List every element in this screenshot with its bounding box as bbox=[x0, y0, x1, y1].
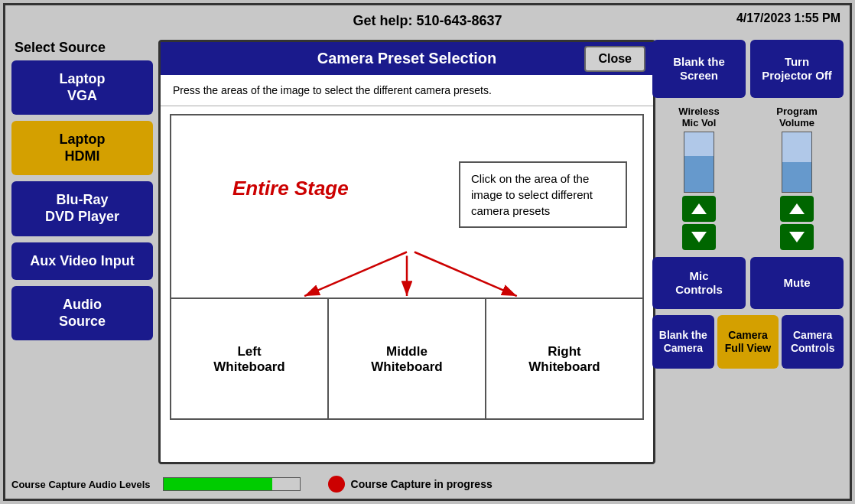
volume-section: WirelessMic Vol ProgramVolume bbox=[652, 106, 844, 252]
right-top-buttons: Blank theScreen TurnProjector Off bbox=[652, 40, 844, 98]
sidebar-title: Select Source bbox=[11, 40, 153, 56]
program-vol-col: ProgramVolume bbox=[750, 106, 844, 252]
program-vol-up[interactable] bbox=[780, 196, 814, 222]
tooltip-box: Click on the area of the image to select… bbox=[459, 161, 627, 228]
modal-instruction: Press the areas of the image to select t… bbox=[161, 75, 653, 106]
mic-mute-row: MicControls Mute bbox=[652, 257, 844, 309]
modal-title: Camera Preset Selection bbox=[317, 50, 497, 67]
capture-indicator: Course Capture in progress bbox=[328, 476, 493, 493]
camera-preset-modal: Camera Preset Selection Close Press the … bbox=[158, 40, 655, 464]
mute-button[interactable]: Mute bbox=[750, 257, 844, 309]
wireless-vol-label: WirelessMic Vol bbox=[678, 106, 719, 128]
camera-full-view-button[interactable]: CameraFull View bbox=[717, 315, 779, 369]
right-panel: Blank theScreen TurnProjector Off Wirele… bbox=[652, 40, 844, 369]
wireless-vol-slider[interactable] bbox=[684, 132, 714, 193]
camera-controls-button[interactable]: CameraControls bbox=[782, 315, 844, 369]
turn-projector-button[interactable]: TurnProjector Off bbox=[750, 40, 844, 98]
arrow-down-icon-2 bbox=[789, 232, 805, 242]
arrow-down-icon bbox=[691, 232, 707, 242]
stage-area: Entire Stage Click on the area of the im… bbox=[170, 114, 644, 420]
program-vol-down[interactable] bbox=[780, 224, 814, 250]
left-sidebar: Select Source LaptopVGA LaptopHDMI Blu-R… bbox=[11, 40, 153, 346]
sidebar-btn-laptop-hdmi[interactable]: LaptopHDMI bbox=[11, 121, 153, 175]
wireless-vol-up[interactable] bbox=[682, 196, 716, 222]
audio-bar-container bbox=[163, 477, 301, 491]
right-whiteboard-section[interactable]: RightWhiteboard bbox=[486, 299, 642, 420]
header: Get help: 510-643-8637 bbox=[5, 5, 850, 36]
blank-screen-button[interactable]: Blank theScreen bbox=[652, 40, 746, 98]
sidebar-btn-laptop-vga[interactable]: LaptopVGA bbox=[11, 60, 153, 115]
wireless-vol-down[interactable] bbox=[682, 224, 716, 250]
stage-upper[interactable]: Entire Stage Click on the area of the im… bbox=[171, 115, 642, 299]
sidebar-btn-audio-source[interactable]: AudioSource bbox=[11, 286, 153, 340]
datetime: 4/17/2023 1:55 PM bbox=[736, 11, 840, 25]
capture-red-dot bbox=[328, 476, 345, 493]
sidebar-btn-bluray[interactable]: Blu-RayDVD Player bbox=[11, 181, 153, 236]
arrow-up-icon-2 bbox=[789, 203, 805, 214]
middle-whiteboard-section[interactable]: MiddleWhiteboard bbox=[329, 299, 486, 420]
close-button[interactable]: Close bbox=[584, 46, 645, 72]
left-whiteboard-section[interactable]: LeftWhiteboard bbox=[171, 299, 329, 420]
main-container: Get help: 510-643-8637 4/17/2023 1:55 PM… bbox=[3, 3, 852, 501]
program-vol-slider[interactable] bbox=[782, 132, 812, 193]
svg-line-3 bbox=[414, 252, 517, 297]
stage-lower: LeftWhiteboard MiddleWhiteboard RightWhi… bbox=[171, 299, 642, 420]
program-vol-label: ProgramVolume bbox=[776, 106, 817, 128]
help-text: Get help: 510-643-8637 bbox=[353, 13, 502, 29]
wireless-vol-col: WirelessMic Vol bbox=[652, 106, 746, 252]
blank-camera-button[interactable]: Blank theCamera bbox=[652, 315, 714, 369]
tooltip-text: Click on the area of the image to select… bbox=[471, 172, 593, 217]
sidebar-btn-aux-video[interactable]: Aux Video Input bbox=[11, 242, 153, 281]
capture-text: Course Capture in progress bbox=[351, 478, 493, 490]
audio-level-label: Course Capture Audio Levels bbox=[11, 479, 151, 490]
arrow-up-icon bbox=[691, 203, 707, 214]
bottom-right-btns: Blank theCamera CameraFull View CameraCo… bbox=[652, 315, 844, 369]
modal-header: Camera Preset Selection Close bbox=[161, 42, 653, 75]
svg-line-1 bbox=[304, 252, 407, 297]
entire-stage-label: Entire Stage bbox=[232, 177, 349, 200]
audio-bar bbox=[163, 477, 301, 491]
bottom-bar: Course Capture Audio Levels Course Captu… bbox=[11, 476, 654, 493]
mic-controls-button[interactable]: MicControls bbox=[652, 257, 746, 309]
